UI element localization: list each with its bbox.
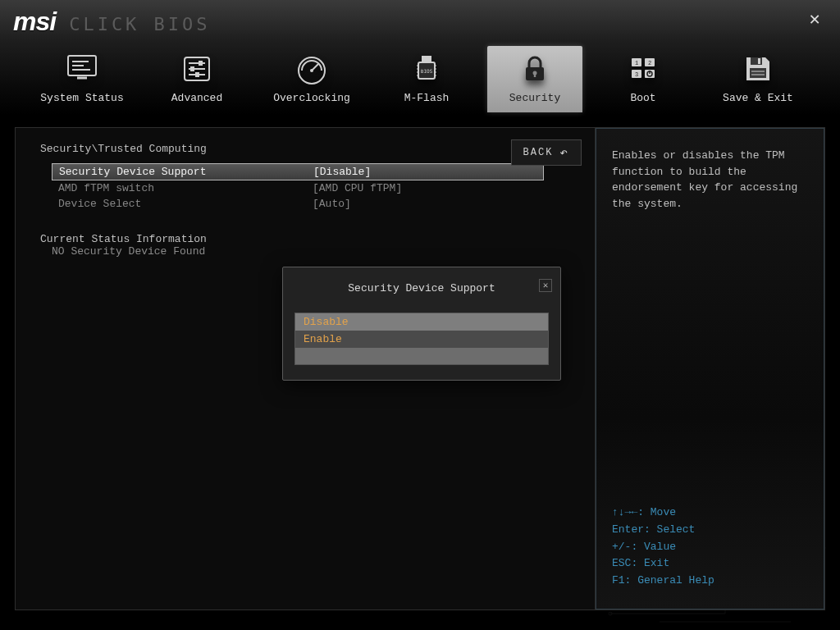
option-security-device-support[interactable]: Security Device Support [Disable] [52,163,544,180]
popup-option-enable[interactable]: Enable [295,331,548,348]
tab-label: Advanced [171,92,222,104]
tab-label: Security [509,92,560,104]
tab-save-exit[interactable]: Save & Exit [701,46,815,112]
option-value: [Auto] [313,198,351,210]
option-key: Device Select [58,198,313,210]
monitor-icon [64,51,100,87]
option-key: Security Device Support [59,166,313,178]
status-heading: Current Status Information [40,233,570,245]
help-text: Enables or disables the TPM function to … [612,148,808,212]
tab-label: Boot [630,92,655,104]
hint-move: ↑↓→←: Move [612,504,808,522]
svg-text:BIOS: BIOS [421,68,433,74]
tab-label: M-Flash [404,92,450,104]
svg-rect-24 [422,56,431,62]
status-line: NO Security Device Found [52,245,570,258]
option-key: AMD fTPM switch [58,182,313,194]
hint-select: Enter: Select [612,522,808,539]
popup-spacer [295,348,548,364]
usb-bios-icon: BIOS [409,51,445,87]
popup-option-list: Disable Enable [294,313,549,365]
svg-rect-48 [758,58,760,64]
tab-label: Overclocking [273,92,350,104]
hint-help: F1: General Help [612,573,808,590]
tab-label: System Status [40,92,123,104]
close-button[interactable]: ✕ [806,11,824,30]
popup-title: Security Device Support ✕ [283,267,560,306]
svg-rect-37 [534,73,536,77]
back-button[interactable]: BACK ↶ [511,139,582,166]
svg-text:2: 2 [648,60,651,66]
svg-text:1: 1 [635,60,638,66]
brand-logo: msi [13,7,56,37]
svg-rect-49 [750,68,766,78]
sliders-icon [179,51,215,87]
tab-boot[interactable]: 1 2 3 Boot [586,46,701,112]
popup-option-disable[interactable]: Disable [295,313,548,331]
svg-point-23 [310,69,313,72]
tab-overclocking[interactable]: Overclocking [254,46,369,112]
svg-rect-16 [199,61,203,66]
boot-order-icon: 1 2 3 [625,51,661,87]
option-value: [Disable] [313,166,371,178]
hint-value: +/-: Value [612,539,808,556]
help-pane: Enables or disables the TPM function to … [595,128,824,609]
option-amd-ftpm-switch[interactable]: AMD fTPM switch [AMD CPU fTPM] [52,180,544,196]
tab-label: Save & Exit [723,92,793,104]
popup-close-button[interactable]: ✕ [539,279,552,292]
tab-system-status[interactable]: System Status [25,46,139,112]
tab-mflash[interactable]: BIOS M-Flash [369,46,484,112]
svg-rect-20 [195,72,199,77]
lock-icon [517,51,553,87]
main-tabs: System Status Advanced [0,37,840,112]
key-hints: ↑↓→←: Move Enter: Select +/-: Value ESC:… [612,504,808,590]
back-label: BACK [523,147,554,158]
undo-icon: ↶ [559,144,569,161]
hint-exit: ESC: Exit [612,555,808,573]
breadcrumb: Security\Trusted Computing [40,143,570,155]
svg-point-4 [609,612,612,615]
floppy-icon [740,51,776,87]
gauge-icon [294,51,330,87]
tab-advanced[interactable]: Advanced [139,46,254,112]
header: msi CLICK BIOS ✕ System Status [0,0,840,115]
svg-text:3: 3 [635,71,638,78]
tab-security[interactable]: Security [487,46,582,112]
brand-row: msi CLICK BIOS [0,0,840,37]
popup-title-text: Security Device Support [348,282,495,294]
svg-rect-18 [190,66,194,71]
option-device-select[interactable]: Device Select [Auto] [52,196,544,212]
option-popup: Security Device Support ✕ Disable Enable [282,267,561,381]
option-value: [AMD CPU fTPM] [313,182,402,194]
brand-subtitle: CLICK BIOS [69,14,210,34]
